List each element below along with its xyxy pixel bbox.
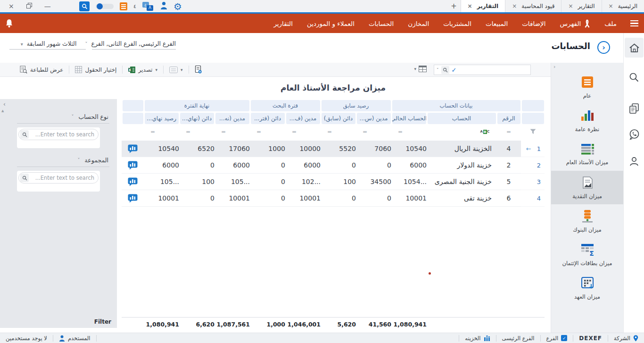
filter-equals-cell[interactable]: = [391, 125, 427, 139]
search-icon[interactable] [624, 72, 644, 83]
period-selector[interactable]: الثلاث شهور السابقة ▾ [9, 40, 86, 50]
whatsapp-icon[interactable] [624, 128, 644, 140]
close-icon[interactable]: × [568, 3, 573, 9]
sidebar-expand-icon[interactable]: › [553, 64, 555, 70]
cell-credit-end[interactable]: 0 [179, 190, 215, 207]
cell-credit-period[interactable]: 0 [250, 174, 285, 190]
contact-person-icon[interactable] [624, 156, 644, 167]
cell-credit-period[interactable]: 0 [250, 190, 285, 207]
cell-num[interactable]: 5 [496, 174, 521, 190]
menu-purchases[interactable]: المشتريات [436, 20, 479, 27]
cell-debit-prev[interactable]: 0 [356, 190, 391, 207]
sidebar-item-cash-balance[interactable]: ميزان النقدية [551, 171, 623, 204]
filter-equals-cell[interactable]: = [144, 125, 179, 139]
filter-section-header[interactable]: نوع الحساب ˅ [0, 113, 117, 120]
filter-section-header[interactable]: المجموعة ˅ [0, 157, 117, 164]
cell-credit-period[interactable]: 1000 [250, 141, 285, 157]
menu-customers-suppliers[interactable]: العملاء و الموردين [300, 20, 362, 27]
column-header-current[interactable]: الحساب الحالي [392, 113, 426, 124]
group-header-account-data[interactable]: بيانات الحساب [392, 100, 520, 111]
close-window-icon[interactable]: × [8, 3, 14, 9]
cell-credit-end[interactable]: 100 [179, 174, 215, 190]
gear-icon[interactable]: ⚙ [173, 2, 182, 11]
column-header-debit-period[interactable]: مدين (ف... [286, 113, 320, 124]
group-header-search-period[interactable]: فترة البحث [251, 100, 320, 111]
sidebar-item-general[interactable]: عام [551, 70, 623, 104]
cell-debit-end[interactable]: 105... [215, 174, 250, 190]
cell-num[interactable]: 4 [496, 141, 521, 157]
row-number[interactable]: 1 [537, 145, 541, 152]
cell-current[interactable]: 6000 [391, 157, 427, 174]
group-search-input[interactable] [31, 173, 94, 183]
cell-debit-end[interactable]: 6000 [215, 157, 250, 174]
documents-copy-icon[interactable] [624, 103, 644, 114]
cell-credit-end[interactable]: 0 [179, 157, 215, 174]
tab-reports-1[interactable]: التقارير × [561, 0, 601, 12]
menu-reports[interactable]: التقارير [266, 20, 300, 27]
cell-debit-end[interactable]: 10001 [215, 190, 250, 207]
table-row[interactable]: 4 6 خزينة تقى 10001 0 0 10001 0 10001 0 … [122, 190, 545, 207]
sidebar-item-banks-balance[interactable]: ميزان البنوك [551, 204, 623, 238]
filter-search[interactable] [18, 172, 99, 184]
home-button[interactable] [625, 38, 644, 58]
menu-accounts[interactable]: الحسابات [362, 20, 401, 27]
list-icon[interactable] [120, 2, 127, 10]
tab-home[interactable]: الرئيسية × [602, 0, 644, 12]
group-header-end-of-period[interactable]: نهاية الفترة [145, 100, 249, 111]
cell-credit-prev[interactable]: 5520 [321, 141, 356, 157]
cell-balance-end[interactable]: 10001 [144, 190, 179, 207]
layout-options-button[interactable]: ▾ [164, 67, 189, 73]
cell-debit-prev[interactable]: 7060 [356, 141, 391, 157]
cell-account[interactable]: الخزينة الريال [427, 141, 496, 157]
cell-debit-period[interactable]: 10001 [285, 190, 321, 207]
filter-equals-cell[interactable]: = [250, 125, 285, 139]
cell-credit-prev[interactable]: 0 [321, 190, 356, 207]
tab-reports-active[interactable]: التقارير × [461, 0, 505, 12]
cell-current[interactable]: 10540 [391, 141, 427, 157]
cell-debit-period[interactable]: 6000 [285, 157, 321, 174]
column-header-credit-period[interactable]: دائن (فتر... [251, 113, 285, 124]
choose-fields-button[interactable]: إختيار الحقول [69, 66, 122, 73]
close-icon[interactable]: × [512, 3, 517, 9]
table-row[interactable]: 3 5 خزينة الجنية المصرى 1054... 34500 10… [122, 174, 545, 190]
table-row[interactable]: 1← 4 الخزينة الريال 10540 7060 5520 1000… [122, 141, 545, 157]
tab-accounting-entries[interactable]: قيود المحاسبة × [505, 0, 561, 12]
status-user[interactable]: المستخدم [53, 333, 96, 343]
new-tab-button[interactable]: + [447, 0, 461, 12]
filter-funnel-cell[interactable] [521, 125, 545, 139]
row-chart-bubble-icon[interactable] [122, 190, 144, 207]
cell-balance-end[interactable]: 105... [144, 174, 179, 190]
cell-current[interactable]: 1054... [391, 174, 427, 190]
new-document-button[interactable] [189, 66, 207, 74]
column-header-credit-end[interactable]: دائن (نهاي... [180, 113, 214, 124]
cell-debit-period[interactable]: 10000 [285, 141, 321, 157]
menu-sales[interactable]: المبيعات [479, 20, 515, 27]
row-number[interactable]: 3 [537, 178, 541, 185]
row-chart-bubble-icon[interactable] [122, 141, 144, 157]
row-chart-bubble-icon[interactable] [122, 157, 144, 174]
scroll-up-icon[interactable]: ▲ [1, 109, 4, 113]
menu-file[interactable]: ملف [597, 20, 624, 27]
filter-equals-cell[interactable]: = [321, 125, 356, 139]
table-row[interactable]: 2 2 خزينة الدولار 6000 0 0 6000 0 6000 0… [122, 157, 545, 174]
menu-warehouses[interactable]: المخازن [401, 20, 436, 27]
cell-credit-prev[interactable]: 0 [321, 157, 356, 174]
column-header-debit-end[interactable]: مدين (نه... [215, 113, 249, 124]
cell-balance-end[interactable]: 6000 [144, 157, 179, 174]
column-header-balance-end[interactable]: رصيد نهاي... [145, 113, 179, 124]
filter-equals-cell[interactable]: = [496, 125, 521, 139]
column-header-debit-prev[interactable]: مدين (س... [357, 113, 391, 124]
row-chart-bubble-icon[interactable] [122, 174, 144, 190]
cell-credit-end[interactable]: 6520 [179, 141, 215, 157]
export-button[interactable]: X تصدير ▾ [123, 67, 163, 73]
print-preview-button[interactable]: عرض للطباعة [14, 66, 69, 74]
table-view-dropdown[interactable]: ▾ [414, 66, 427, 72]
back-arrow-button[interactable]: › [597, 41, 610, 54]
cell-num[interactable]: 2 [496, 157, 521, 174]
row-number[interactable]: 4 [537, 195, 541, 202]
cell-credit-period[interactable]: 0 [250, 157, 285, 174]
filter-equals-cell[interactable]: = [285, 125, 321, 139]
sidebar-item-credit-cards-balance[interactable]: Σ ميزان بطاقات الإئتمان [551, 238, 623, 271]
collapse-panel-icon[interactable]: ‹ [3, 101, 6, 108]
cell-num[interactable]: 6 [496, 190, 521, 207]
